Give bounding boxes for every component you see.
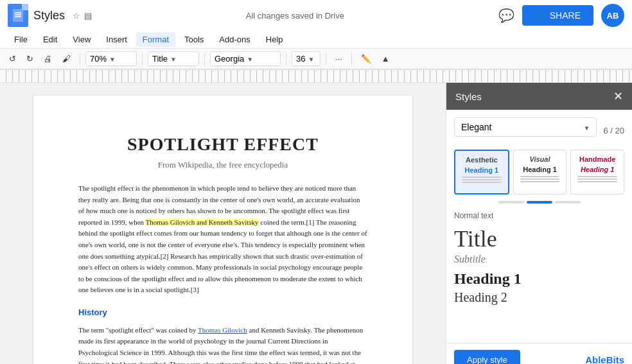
visual-line-3 <box>520 181 560 182</box>
pencil-button[interactable]: ✏️ <box>357 51 375 66</box>
style-card-aesthetic[interactable]: Aesthetic Heading 1 <box>454 150 509 195</box>
top-right-icons: 💬 👤 SHARE AB <box>498 4 624 27</box>
handmade-line-3 <box>577 181 617 182</box>
normal-text-label: Normal text <box>454 211 624 220</box>
share-label: SHARE <box>550 10 581 21</box>
toolbar-divider-6 <box>351 53 352 65</box>
doc-body[interactable]: The spotlight effect is the phenomenon i… <box>78 183 367 364</box>
menu-bar: File Edit View Insert Format Tools Add-o… <box>0 31 632 48</box>
redo-button[interactable]: ↻ <box>22 51 37 66</box>
document-area[interactable]: SPOTLIGHT EFFECT From Wikipedia, the fre… <box>0 83 446 364</box>
star-icon[interactable]: ☆ <box>73 11 80 21</box>
font-select[interactable]: Georgia <box>210 51 281 66</box>
style-chevron <box>170 54 177 64</box>
print-button[interactable]: 🖨 <box>40 51 56 66</box>
style-select[interactable]: Title <box>148 51 199 66</box>
font-chevron <box>247 54 253 64</box>
title-icons[interactable]: ☆ ▤ <box>73 11 92 21</box>
document-page: SPOTLIGHT EFFECT From Wikipedia, the fre… <box>33 96 412 364</box>
style-value: Title <box>152 54 168 64</box>
aesthetic-heading: Heading 1 <box>459 166 504 174</box>
style-preview: Normal text Title Subtitle Heading 1 Hea… <box>454 211 624 305</box>
saved-status: All changes saved in Drive <box>246 11 344 21</box>
comments-icon[interactable]: 💬 <box>498 8 514 23</box>
scroll-dot-1 <box>498 201 524 204</box>
undo-button[interactable]: ↺ <box>5 51 20 66</box>
panel-body[interactable]: Elegant 6 / 20 Aesthetic Heading 1 <box>446 110 632 343</box>
handmade-card-name: Handmade <box>575 155 620 163</box>
dropdown-chevron <box>584 122 590 132</box>
aesthetic-line-3 <box>462 182 502 183</box>
visual-heading: Heading 1 <box>518 166 563 173</box>
toolbar-divider-5 <box>326 53 326 65</box>
menu-edit[interactable]: Edit <box>37 32 64 47</box>
zoom-select[interactable]: 70% <box>85 51 137 66</box>
panel-header: Styles ✕ <box>446 83 632 110</box>
visual-lines <box>518 176 563 182</box>
panel-footer: Apply style AbleBits <box>446 343 632 364</box>
link-gilovich[interactable]: Thomas Gilovich <box>198 326 247 334</box>
aesthetic-lines <box>459 177 504 183</box>
aesthetic-line-2 <box>462 179 502 180</box>
dropdown-value: Elegant <box>461 122 491 132</box>
size-chevron <box>308 54 314 64</box>
main-layout: SPOTLIGHT EFFECT From Wikipedia, the fre… <box>0 83 632 364</box>
preview-heading2: Heading 2 <box>454 290 624 305</box>
toolbar-divider-4 <box>286 53 286 65</box>
preview-heading1: Heading 1 <box>454 270 624 288</box>
aesthetic-line-1 <box>462 177 502 178</box>
more-options-button[interactable]: ··· <box>331 51 346 66</box>
apply-style-button[interactable]: Apply style <box>454 350 520 364</box>
share-person-icon: 👤 <box>535 10 546 21</box>
style-card-visual[interactable]: Visual Heading 1 <box>513 150 567 195</box>
doc-icon <box>8 4 28 27</box>
style-card-handmade[interactable]: Handmade Heading 1 <box>570 150 624 195</box>
handmade-line-2 <box>577 178 617 180</box>
menu-format[interactable]: Format <box>136 32 175 47</box>
collapse-toolbar-button[interactable]: ▲ <box>378 51 394 66</box>
document-title: Styles <box>33 9 65 22</box>
menu-addons[interactable]: Add-ons <box>213 32 256 47</box>
handmade-lines <box>575 176 620 182</box>
handmade-heading: Heading 1 <box>575 166 620 173</box>
doc-paragraph-2: The term "spotlight effect" was coined b… <box>78 325 367 364</box>
preview-subtitle: Subtitle <box>454 254 624 265</box>
history-heading: History <box>78 306 367 320</box>
paint-format-button[interactable]: 🖌 <box>58 51 75 66</box>
panel-title: Styles <box>455 91 482 102</box>
style-count: 6 / 20 <box>603 126 624 135</box>
ablebits-branding: AbleBits <box>585 354 624 364</box>
style-theme-dropdown[interactable]: Elegant <box>454 117 597 137</box>
panel-close-button[interactable]: ✕ <box>613 89 623 103</box>
preview-title: Title <box>454 225 624 252</box>
panel-resize-handle[interactable] <box>444 83 449 364</box>
handmade-line-1 <box>577 176 617 177</box>
menu-view[interactable]: View <box>66 32 97 47</box>
folder-icon[interactable]: ▤ <box>84 11 92 21</box>
scroll-indicator <box>454 201 624 204</box>
menu-help[interactable]: Help <box>259 32 290 47</box>
aesthetic-card-name: Aesthetic <box>459 156 504 164</box>
scroll-dot-3 <box>555 201 581 204</box>
scroll-dot-2 <box>527 201 552 204</box>
visual-card-name: Visual <box>518 155 563 163</box>
zoom-chevron <box>109 54 116 64</box>
menu-tools[interactable]: Tools <box>178 32 210 47</box>
visual-line-1 <box>520 176 560 177</box>
doc-main-title: SPOTLIGHT EFFECT <box>78 134 367 155</box>
zoom-value: 70% <box>90 54 107 64</box>
font-size-value: 36 <box>296 54 305 64</box>
toolbar-divider-3 <box>204 53 205 65</box>
highlight-gilovich: Thomas Gilovich and Kenneth Savitsky <box>146 218 259 226</box>
toolbar: ↺ ↻ 🖨 🖌 70% Title Georgia 36 ··· ✏️ ▲ <box>0 48 632 69</box>
user-avatar[interactable]: AB <box>601 4 624 27</box>
font-value: Georgia <box>215 54 244 64</box>
font-size-select[interactable]: 36 <box>292 51 320 66</box>
toolbar-divider-1 <box>80 53 80 65</box>
ruler-marks <box>0 70 632 82</box>
style-cards-row: Aesthetic Heading 1 Visual Heading 1 <box>454 150 624 195</box>
menu-file[interactable]: File <box>8 32 34 47</box>
menu-insert[interactable]: Insert <box>100 32 134 47</box>
document-svg-icon <box>12 8 24 22</box>
share-button[interactable]: 👤 SHARE <box>522 5 593 26</box>
